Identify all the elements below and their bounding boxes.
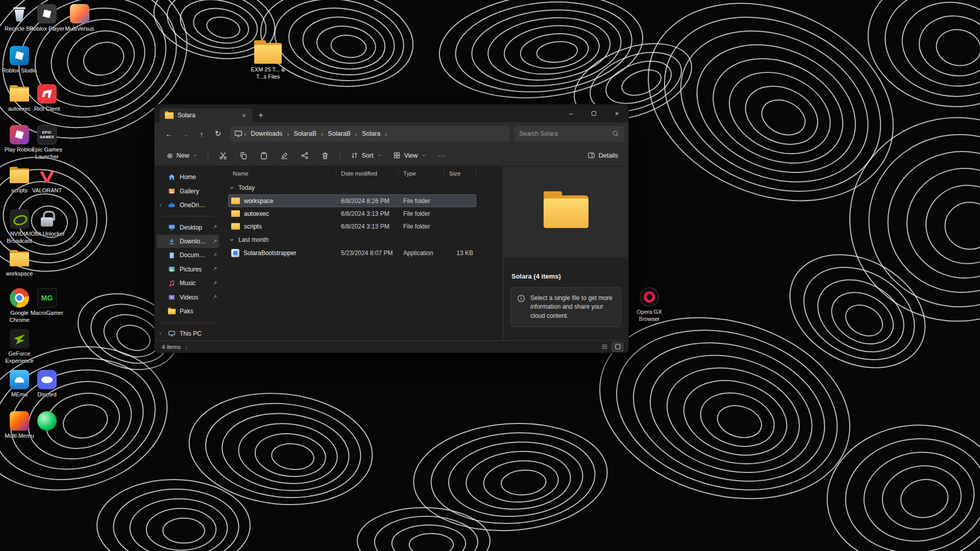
forward-button[interactable]: → — [177, 126, 193, 141]
epic-logo-text: EPIC GAMES — [39, 130, 55, 139]
copy-button[interactable] — [234, 147, 253, 164]
sidebar-item-downloads[interactable]: Downloads — [157, 235, 219, 248]
breadcrumb-separator: › — [243, 130, 247, 138]
thumbnail-view-button[interactable] — [612, 342, 623, 352]
roblox-studio-icon — [10, 46, 29, 65]
desktop-icon-macrogamer[interactable]: MG MacroGamer — [28, 288, 66, 317]
file-row-autoexec[interactable]: autoexec 6/8/2024 3:13 PM File folder — [228, 207, 476, 220]
details-button-label: Details — [599, 152, 618, 159]
details-toggle-button[interactable]: Details — [582, 147, 623, 164]
search-input[interactable] — [519, 130, 608, 137]
column-header-size[interactable]: Size — [445, 170, 476, 177]
macrogamer-logo-text: MG — [41, 294, 53, 302]
expand-chevron-icon[interactable] — [158, 331, 163, 336]
iobit-unlocker-icon — [37, 209, 57, 229]
refresh-button[interactable]: ↻ — [210, 126, 226, 141]
tab-close-button[interactable]: × — [238, 110, 250, 121]
sidebar-item-gallery[interactable]: Gallery — [157, 184, 219, 197]
sidebar-item-onedrive[interactable]: OneDrive - Pers... — [157, 198, 219, 212]
sidebar-item-label: Home — [180, 173, 207, 181]
sort-button[interactable]: Sort — [346, 147, 387, 164]
desktop-icon-autoexec[interactable]: autoexec — [0, 84, 39, 113]
sidebar-item-paks[interactable]: Paks — [157, 305, 219, 318]
breadcrumb-item[interactable]: Solara — [359, 129, 383, 139]
desktop-icon-opera-gx[interactable]: Opera GX Browser — [630, 287, 669, 323]
file-name: autoexec — [244, 210, 269, 217]
desktop-icon-green-app[interactable] — [28, 411, 66, 433]
folder-preview-icon — [544, 195, 589, 228]
desktop-icon-play-roblox[interactable]: Play Roblox — [0, 125, 39, 154]
share-button[interactable] — [295, 147, 314, 164]
file-date: 6/8/2024 3:13 PM — [336, 210, 399, 217]
desktop-icon-roblox-studio[interactable]: Roblox Studio — [0, 46, 39, 74]
back-button[interactable]: ← — [161, 126, 177, 141]
window-content: Home Gallery OneDrive - Pers... Desktop — [155, 166, 628, 340]
folder-icon — [231, 210, 240, 217]
desktop-icon-label: IObit Unlocker — [29, 231, 65, 238]
breadcrumb-item[interactable]: SolaraB — [291, 129, 320, 139]
folder-icon — [10, 84, 29, 104]
music-icon — [167, 280, 176, 287]
group-header-last-month[interactable]: Last month — [228, 233, 503, 246]
desktop-icon-label: autoexec — [8, 106, 31, 113]
desktop-icon-label: scripts — [11, 187, 28, 194]
details-view-button[interactable] — [599, 342, 610, 352]
sidebar-item-pictures[interactable]: Pictures — [157, 263, 219, 276]
copy-icon — [239, 152, 248, 160]
desktop-icon-exm-folder[interactable]: EXM 25 T... & T...s Files — [249, 42, 287, 81]
paste-button[interactable] — [254, 147, 274, 164]
file-explorer-window: Solara × + – × ← → ↑ ↻ › Downloads › Sol… — [154, 104, 629, 353]
search-box[interactable] — [514, 126, 624, 142]
desktop-icon-workspace[interactable]: workspace — [0, 249, 39, 278]
sidebar-item-videos[interactable]: Videos — [157, 291, 219, 304]
details-pane-icon — [587, 152, 595, 159]
desktop-icon-label: EXM 25 T... & T...s Files — [249, 66, 287, 81]
expand-chevron-icon[interactable] — [158, 203, 163, 208]
sidebar-item-label: OneDrive - Pers... — [180, 202, 207, 209]
list-view-icon — [601, 343, 608, 350]
sidebar-divider — [161, 322, 215, 323]
breadcrumb-item[interactable]: SolaraB — [325, 129, 353, 139]
rename-icon — [280, 152, 288, 160]
desktop-icon-geforce-experience[interactable]: GeForce Experience — [0, 329, 39, 365]
desktop-icon-iobit-unlocker[interactable]: IObit Unlocker — [28, 209, 66, 238]
column-header-type[interactable]: Type — [399, 170, 445, 177]
address-bar[interactable]: › Downloads › SolaraB › SolaraB › Solara… — [230, 126, 510, 142]
sidebar-item-this-pc[interactable]: This PC — [157, 327, 219, 340]
riot-client-icon — [37, 84, 57, 104]
chrome-icon — [10, 288, 29, 308]
rename-button[interactable] — [275, 147, 294, 164]
maximize-button[interactable] — [582, 105, 605, 122]
sidebar-item-music[interactable]: Music — [157, 277, 219, 290]
minimize-button[interactable]: – — [559, 105, 582, 122]
macrogamer-icon: MG — [37, 288, 57, 308]
delete-button[interactable] — [315, 147, 335, 164]
file-date: 5/23/2024 8:07 PM — [336, 249, 399, 257]
chevron-down-icon — [193, 153, 198, 158]
close-button[interactable]: × — [605, 105, 628, 122]
new-button[interactable]: ⊕ New — [162, 147, 203, 164]
more-icon: ··· — [438, 152, 446, 159]
desktop-icon-discord[interactable]: Discord — [28, 370, 66, 398]
group-header-today[interactable]: Today — [228, 181, 503, 194]
tab-solara[interactable]: Solara × — [160, 108, 253, 122]
file-type: File folder — [399, 210, 445, 217]
desktop-icon-multiversus[interactable]: MultiVersus — [60, 4, 99, 33]
see-more-button[interactable]: ··· — [432, 147, 452, 164]
sidebar-item-documents[interactable]: Documents — [157, 248, 219, 262]
breadcrumb-item[interactable]: Downloads — [248, 129, 285, 139]
cut-button[interactable] — [213, 147, 233, 164]
view-button[interactable]: View — [388, 147, 431, 164]
sidebar-item-home[interactable]: Home — [157, 170, 219, 184]
column-header-name[interactable]: Name — [228, 170, 336, 177]
new-tab-button[interactable]: + — [253, 108, 269, 122]
sidebar-item-desktop[interactable]: Desktop — [157, 220, 219, 234]
file-row-workspace[interactable]: workspace 6/8/2024 8:26 PM File folder — [228, 194, 476, 207]
up-button[interactable]: ↑ — [193, 126, 210, 141]
file-row-solarabootstrapper[interactable]: SolaraBootstrapper 5/23/2024 8:07 PM App… — [228, 246, 476, 259]
file-row-scripts[interactable]: scripts 6/8/2024 3:13 PM File folder — [228, 220, 476, 233]
desktop-icon-scripts[interactable]: scripts — [0, 166, 39, 194]
column-header-date-modified[interactable]: Date modified — [336, 170, 399, 177]
valorant-icon — [37, 166, 57, 185]
file-name: scripts — [244, 223, 262, 230]
